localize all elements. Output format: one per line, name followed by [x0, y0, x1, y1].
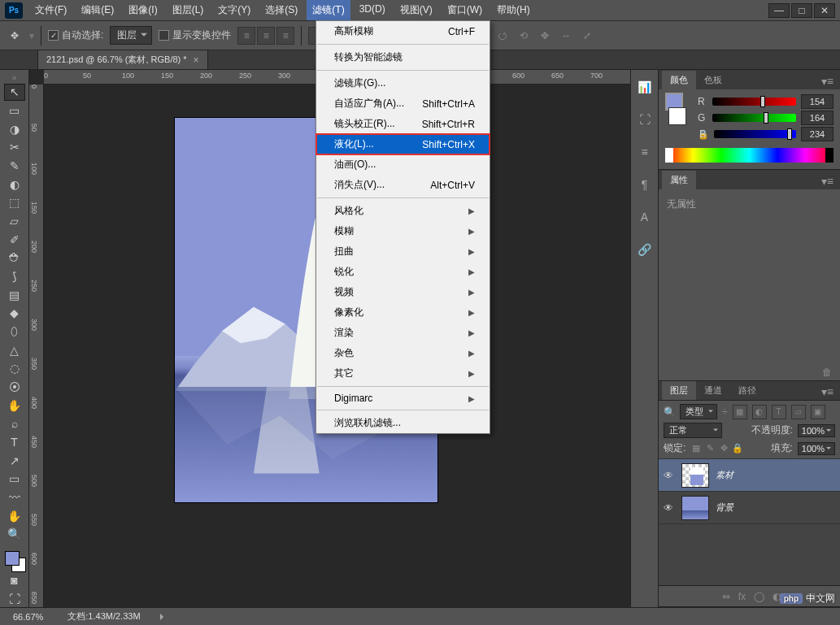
layer-name[interactable]: 背景 — [716, 501, 733, 514]
menu-滤镜[interactable]: 滤镜(T) — [307, 0, 350, 20]
align-icon[interactable]: ≡ — [276, 27, 294, 45]
menu-item-渲染[interactable]: 渲染▶ — [316, 323, 490, 343]
close-tab-icon[interactable]: × — [194, 54, 199, 66]
tool-2[interactable]: ◑ — [4, 120, 25, 137]
tool-7[interactable]: ▱ — [4, 213, 25, 230]
panel-strip-icon[interactable]: 🔗 — [636, 241, 654, 258]
foreground-swatch[interactable] — [5, 551, 20, 566]
menu-视图[interactable]: 视图(V) — [394, 0, 438, 20]
panel-strip-icon[interactable]: ¶ — [636, 176, 654, 193]
3d-roll-icon[interactable]: ⟲ — [515, 27, 533, 45]
3d-slide-icon[interactable]: ↔ — [557, 27, 575, 45]
lock-position-icon[interactable]: ✥ — [718, 443, 729, 454]
menu-item-模糊[interactable]: 模糊▶ — [316, 221, 490, 241]
menu-文字[interactable]: 文字(Y) — [212, 0, 256, 20]
show-transform-checkbox[interactable]: 显示变换控件 — [159, 28, 231, 42]
layer-row[interactable]: 👁背景 — [659, 492, 840, 524]
visibility-icon[interactable]: 👁 — [664, 470, 675, 481]
maximize-button[interactable]: □ — [791, 3, 812, 18]
r-value-input[interactable]: 154 — [801, 94, 833, 109]
auto-select-checkbox[interactable]: ✓ 自动选择: — [48, 28, 103, 42]
b-value-input[interactable]: 234 — [801, 127, 833, 141]
tool-21[interactable]: ▭ — [4, 471, 25, 488]
menu-图层[interactable]: 图层(L) — [167, 0, 210, 20]
menu-item-自适应广角a[interactable]: 自适应广角(A)...Shift+Ctrl+A — [316, 93, 490, 114]
tool-22[interactable]: 〰 — [4, 489, 25, 506]
menu-选择[interactable]: 选择(S) — [259, 0, 303, 20]
background-color-swatch[interactable] — [668, 107, 686, 125]
g-value-input[interactable]: 164 — [801, 111, 833, 125]
tool-15[interactable]: ◌ — [4, 360, 25, 377]
3d-scale-icon[interactable]: ⤢ — [578, 27, 596, 45]
tool-5[interactable]: ◐ — [4, 176, 25, 193]
tool-8[interactable]: ✐ — [4, 231, 25, 248]
layer-style-icon[interactable]: fx — [738, 591, 746, 602]
layer-mask-icon[interactable]: ◯ — [754, 591, 764, 602]
align-icon[interactable]: ≡ — [237, 27, 255, 45]
align-icon[interactable]: ≡ — [257, 27, 275, 45]
menu-item-风格化[interactable]: 风格化▶ — [316, 201, 490, 221]
tool-19[interactable]: T — [4, 434, 25, 451]
menu-item-消失点v[interactable]: 消失点(V)...Alt+Ctrl+V — [316, 175, 490, 195]
lock-transparency-icon[interactable]: ▦ — [690, 443, 702, 454]
menu-item-液化l[interactable]: 液化(L)...Shift+Ctrl+X — [316, 134, 490, 154]
visibility-icon[interactable]: 👁 — [664, 502, 675, 514]
menu-item-镜头校正r[interactable]: 镜头校正(R)...Shift+Ctrl+R — [316, 114, 490, 134]
doc-info[interactable]: 文档:1.43M/2.33M — [67, 610, 140, 623]
opacity-input[interactable]: 100% — [798, 424, 835, 437]
lock-all-icon[interactable]: 🔒 — [732, 443, 743, 454]
menu-item-高斯模糊[interactable]: 高斯模糊Ctrl+F — [316, 21, 490, 41]
filter-type-icon[interactable]: T — [772, 405, 786, 419]
menu-item-扭曲[interactable]: 扭曲▶ — [316, 241, 490, 262]
tab-swatches[interactable]: 色板 — [696, 71, 730, 89]
tab-paths[interactable]: 路径 — [730, 381, 764, 400]
filter-smart-icon[interactable]: ▣ — [811, 405, 825, 419]
tool-13[interactable]: ⬯ — [4, 323, 25, 341]
menu-item-转换为智能滤镜[interactable]: 转换为智能滤镜 — [316, 47, 490, 67]
link-layers-icon[interactable]: ⇔ — [722, 591, 730, 602]
zoom-level[interactable]: 66.67% — [8, 610, 48, 623]
menu-编辑[interactable]: 编辑(E) — [76, 0, 120, 20]
filter-pixel-icon[interactable]: ▦ — [733, 405, 747, 419]
menu-item-滤镜库g[interactable]: 滤镜库(G)... — [316, 73, 490, 93]
tab-properties[interactable]: 属性 — [662, 171, 696, 189]
menu-3d[interactable]: 3D(D) — [354, 0, 391, 20]
panel-strip-icon[interactable]: A — [636, 208, 654, 226]
tool-10[interactable]: ⟆ — [4, 268, 25, 285]
fill-input[interactable]: 100% — [798, 442, 835, 455]
tool-1[interactable]: ▭ — [4, 102, 25, 119]
tool-18[interactable]: ⌕ — [4, 415, 25, 432]
panel-strip-icon[interactable]: ≡ — [636, 143, 654, 161]
tool-9[interactable]: ⛑ — [4, 250, 25, 267]
tool-6[interactable]: ⬚ — [4, 194, 25, 211]
menu-item-油画o[interactable]: 油画(O)... — [316, 154, 490, 175]
menu-item-其它[interactable]: 其它▶ — [316, 363, 490, 384]
3d-pan-icon[interactable]: ✥ — [536, 27, 554, 45]
tool-14[interactable]: △ — [4, 341, 25, 358]
tool-23[interactable]: ✋ — [4, 507, 25, 524]
screenmode-icon[interactable]: ⛶ — [4, 590, 25, 607]
search-icon[interactable]: 🔍 — [664, 406, 675, 418]
3d-orbit-icon[interactable]: ⭯ — [494, 27, 511, 45]
filter-adjust-icon[interactable]: ◐ — [752, 405, 767, 419]
tool-11[interactable]: ▤ — [4, 286, 25, 303]
menu-item-浏览联机滤镜[interactable]: 浏览联机滤镜... — [316, 413, 490, 433]
menu-帮助[interactable]: 帮助(H) — [491, 0, 536, 20]
layer-row[interactable]: 👁素材 — [659, 459, 840, 492]
color-spectrum[interactable] — [665, 148, 833, 163]
panel-strip-icon[interactable]: 📊 — [636, 78, 654, 96]
layer-thumbnail[interactable] — [681, 496, 709, 520]
g-slider[interactable] — [712, 114, 796, 122]
minimize-button[interactable]: — — [768, 3, 790, 18]
tool-24[interactable]: 🔍 — [4, 526, 25, 543]
quickmask-icon[interactable]: ◙ — [4, 572, 25, 589]
tool-3[interactable]: ✂ — [4, 139, 25, 156]
tool-16[interactable]: ⦿ — [4, 379, 25, 396]
tab-layers[interactable]: 图层 — [662, 381, 696, 400]
trash-icon[interactable]: 🗑 — [822, 367, 832, 378]
menu-item-像素化[interactable]: 像素化▶ — [316, 302, 490, 323]
document-tab[interactable]: 2121.psd @ 66.7% (素材, RGB/8) * × — [37, 50, 208, 69]
menu-图像[interactable]: 图像(I) — [123, 0, 163, 20]
r-slider[interactable] — [712, 98, 796, 106]
menu-窗口[interactable]: 窗口(W) — [442, 0, 488, 20]
